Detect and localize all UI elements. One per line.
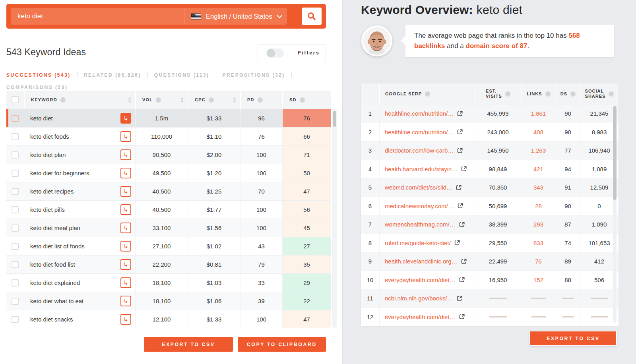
row-checkbox[interactable] [12, 170, 19, 177]
col-pd-label: PD [247, 97, 254, 102]
serp-row: 7womenshealthmag.com/…38,399293871,090 [361, 215, 619, 234]
expand-keyword-arrow-button[interactable]: ↳ [120, 277, 131, 288]
links-value: 293 [521, 215, 556, 234]
keyword-row: keto diet pills↳40,500$1.7710056 [6, 200, 331, 219]
search-input[interactable] [11, 8, 184, 25]
info-icon[interactable] [209, 97, 214, 103]
tab-related[interactable]: RELATED (85,826) [84, 72, 141, 78]
row-checkbox[interactable] [12, 225, 19, 232]
export-to-csv-button-right[interactable]: EXPORT TO CSV [529, 331, 617, 346]
serp-link[interactable]: ncbi.nlm.nih.gov/books/… [385, 295, 453, 302]
tab-prepositions[interactable]: PREPOSITIONS (32) [223, 72, 285, 78]
expand-keyword-arrow-button[interactable]: ↳ [120, 314, 131, 325]
loading-placeholder [489, 298, 507, 299]
info-icon[interactable] [300, 97, 305, 103]
external-link-icon[interactable] [461, 166, 467, 172]
avatar [361, 25, 392, 56]
serp-link[interactable]: ruled.me/guide-keto-diet/ [385, 240, 451, 246]
external-link-icon[interactable] [459, 222, 465, 227]
info-icon[interactable] [60, 97, 66, 103]
toggle-knob[interactable] [267, 49, 275, 57]
expand-keyword-arrow-button[interactable]: ↳ [120, 223, 131, 233]
serp-link[interactable]: medicalnewstoday.com/… [385, 203, 454, 209]
est-visits-value: 50,699 [475, 197, 521, 215]
external-link-icon[interactable] [461, 259, 467, 264]
export-to-csv-button[interactable]: EXPORT TO CSV [144, 337, 233, 352]
expand-keyword-arrow-button[interactable]: ↳ [120, 131, 131, 142]
serp-link[interactable]: healthline.com/nutrition/… [385, 129, 454, 136]
external-link-icon[interactable] [457, 296, 462, 301]
select-all-checkbox[interactable] [12, 96, 19, 103]
row-checkbox[interactable] [12, 316, 19, 323]
serp-row: 4health.harvard.edu/stayin…98,849421941,… [361, 160, 619, 178]
insight-text: and a [445, 42, 466, 50]
search-button[interactable] [302, 8, 322, 25]
est-visits-value [475, 289, 521, 308]
serp-link[interactable]: health.harvard.edu/stayin… [385, 166, 458, 172]
expand-keyword-arrow-button[interactable]: ↳ [120, 296, 131, 306]
serp-link[interactable]: everydayhealth.com/diet… [385, 277, 456, 283]
external-link-icon[interactable] [457, 148, 463, 153]
filters-label[interactable]: Filters [292, 45, 326, 61]
row-checkbox[interactable] [12, 151, 19, 159]
row-checkbox[interactable] [12, 115, 19, 122]
scrollbar-thumb[interactable] [613, 106, 617, 200]
expand-keyword-arrow-button[interactable]: ↳ [120, 149, 131, 160]
copy-to-clipboard-button[interactable]: COPY TO CLIPBOARD [238, 337, 326, 352]
sort-cpc-control[interactable] [233, 97, 236, 103]
sd-value: 35 [282, 256, 331, 273]
filters-toggle[interactable] [258, 45, 292, 61]
col-sd-label: SD [289, 97, 297, 102]
expand-keyword-arrow-button[interactable]: ↳ [120, 241, 131, 252]
row-checkbox[interactable] [12, 279, 19, 287]
external-link-icon[interactable] [458, 203, 463, 209]
vol-value: 18,100 [135, 274, 188, 292]
info-icon[interactable] [505, 91, 510, 97]
loading-placeholder [531, 316, 546, 318]
sort-vol-control[interactable] [180, 97, 184, 103]
row-checkbox[interactable] [12, 206, 19, 213]
tab-suggestions[interactable]: SUGGESTIONS (543) [6, 72, 71, 78]
external-link-icon[interactable] [459, 277, 465, 283]
external-link-icon[interactable] [454, 240, 460, 246]
external-link-icon[interactable] [456, 185, 461, 190]
external-link-icon[interactable] [457, 129, 463, 135]
language-select[interactable]: English / United States [184, 8, 287, 25]
loading-placeholder [591, 298, 608, 299]
row-checkbox[interactable] [12, 261, 19, 268]
external-link-icon[interactable] [457, 111, 463, 116]
info-icon[interactable] [425, 91, 430, 97]
expand-keyword-arrow-button[interactable]: ↳ [120, 113, 131, 124]
info-icon[interactable] [258, 97, 263, 103]
serp-link[interactable]: dietdoctor.com/low-carb… [385, 147, 454, 154]
sort-keyword-control[interactable] [128, 97, 131, 103]
info-icon[interactable] [570, 91, 576, 97]
info-icon[interactable] [609, 91, 614, 97]
row-checkbox[interactable] [12, 298, 19, 305]
row-checkbox[interactable] [12, 243, 19, 250]
links-value: 1,263 [521, 141, 556, 160]
info-icon[interactable] [156, 97, 161, 103]
est-visits-value: 22,499 [475, 252, 521, 271]
serp-link[interactable]: healthline.com/nutrition/… [385, 110, 454, 117]
loading-placeholder [562, 316, 574, 318]
serp-link[interactable]: everydayhealth.com/diet… [385, 314, 456, 320]
serp-link[interactable]: webmd.com/diet/ss/slid… [385, 184, 452, 191]
external-link-icon[interactable] [459, 314, 465, 319]
serp-link[interactable]: health.clevelandclinic.org… [385, 258, 458, 265]
row-checkbox[interactable] [12, 188, 19, 195]
cpc-value: $1.25 [188, 182, 240, 200]
info-icon[interactable] [545, 91, 551, 97]
serp-link[interactable]: womenshealthmag.com/… [385, 221, 456, 228]
expand-keyword-arrow-button[interactable]: ↳ [120, 204, 131, 215]
sd-value: 47 [282, 182, 331, 200]
expand-keyword-arrow-button[interactable]: ↳ [120, 168, 131, 178]
serp-rank: 11 [361, 289, 379, 308]
row-checkbox[interactable] [12, 133, 19, 140]
expand-keyword-arrow-button[interactable]: ↳ [120, 259, 131, 270]
tab-questions[interactable]: QUESTIONS (113) [154, 72, 209, 78]
expand-keyword-arrow-button[interactable]: ↳ [120, 186, 131, 197]
tab-comparisons[interactable]: COMPARISONS (50) [6, 85, 68, 90]
keyword-label: keto diet explained [30, 279, 80, 286]
scrollbar-thumb[interactable] [333, 111, 336, 127]
